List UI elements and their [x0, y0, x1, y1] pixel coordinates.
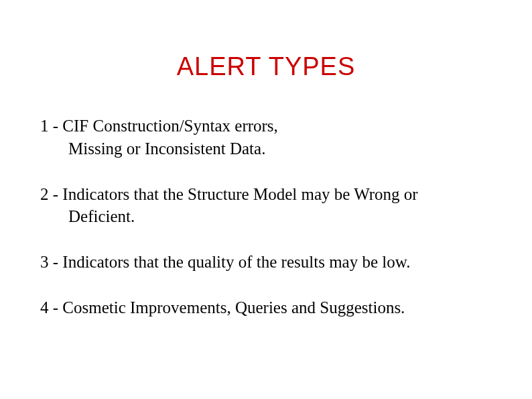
alert-type-1-line2: Missing or Inconsistent Data. — [40, 137, 492, 160]
alert-type-2-line2: Deficient. — [40, 205, 492, 228]
alert-type-1: 1 - CIF Construction/Syntax errors, Miss… — [40, 115, 492, 160]
slide-title: ALERT TYPES — [40, 52, 492, 81]
slide: ALERT TYPES 1 - CIF Construction/Syntax … — [0, 0, 532, 399]
alert-type-4-line1: 4 - Cosmetic Improvements, Queries and S… — [40, 296, 492, 319]
alert-type-2-line1: 2 - Indicators that the Structure Model … — [40, 183, 492, 206]
slide-body: 1 - CIF Construction/Syntax errors, Miss… — [40, 115, 492, 319]
alert-type-3-line1: 3 - Indicators that the quality of the r… — [40, 251, 492, 274]
alert-type-4: 4 - Cosmetic Improvements, Queries and S… — [40, 296, 492, 319]
alert-type-1-line1: 1 - CIF Construction/Syntax errors, — [40, 115, 492, 137]
alert-type-2: 2 - Indicators that the Structure Model … — [40, 183, 492, 229]
alert-type-3: 3 - Indicators that the quality of the r… — [40, 251, 492, 274]
